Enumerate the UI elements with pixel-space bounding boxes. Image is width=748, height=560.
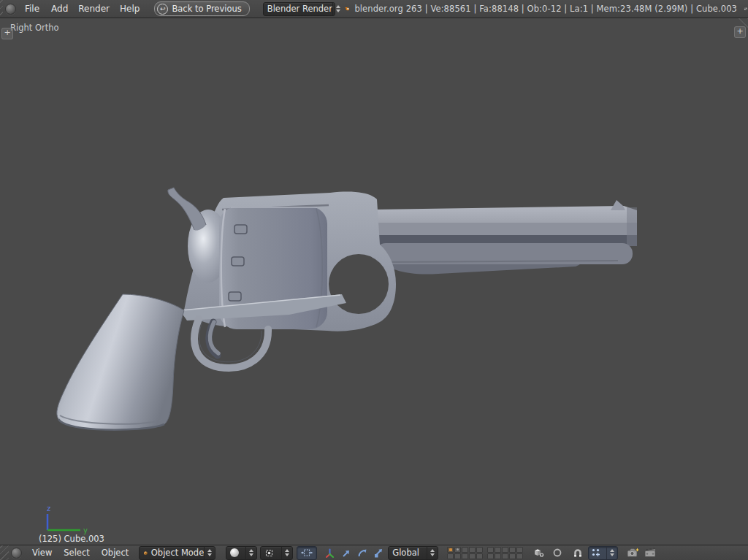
3d-viewport[interactable]: Right Ortho + + — [0, 18, 748, 545]
layer-cell[interactable] — [447, 553, 454, 559]
translate-manipulator-icon — [324, 548, 335, 559]
manipulator-widget-icon — [301, 548, 313, 558]
menu-file[interactable]: File — [22, 2, 42, 15]
back-arrow-icon: ↩ — [157, 4, 168, 15]
axis-gizmo: z y — [47, 505, 88, 534]
chevron-updown-icon — [204, 547, 215, 559]
menu-select[interactable]: Select — [61, 546, 92, 559]
revolver-model[interactable]: z y — [0, 18, 748, 545]
layer-cell[interactable] — [495, 553, 501, 559]
proportional-edit-button[interactable] — [549, 547, 565, 559]
snap-toggle-button[interactable] — [570, 547, 586, 559]
menu-add[interactable]: Add — [48, 2, 71, 15]
menu-view[interactable]: View — [29, 546, 55, 559]
menu-object[interactable]: Object — [99, 546, 131, 559]
back-to-previous-button[interactable]: ↩ Back to Previous — [154, 1, 249, 16]
info-header: File Add Render Help ↩ Back to Previous … — [0, 0, 748, 18]
layer-cell[interactable] — [509, 553, 516, 559]
translate-manipulator-button[interactable] — [321, 547, 337, 559]
layer-cell[interactable] — [462, 547, 468, 553]
scale-manipulator-button[interactable] — [370, 547, 386, 559]
layer-cell[interactable] — [476, 553, 483, 559]
pivot-point-dropdown[interactable] — [260, 546, 293, 560]
rotate-manipulator-button[interactable] — [354, 547, 370, 559]
axis-z-label: z — [47, 505, 50, 513]
layer-cell[interactable] — [487, 553, 494, 559]
editor-type-icon[interactable] — [5, 4, 16, 15]
layer-cell[interactable] — [495, 547, 501, 553]
chevron-updown-icon — [245, 547, 256, 559]
layer-cell[interactable] — [454, 547, 461, 553]
mode-value: Object Mode — [151, 548, 204, 558]
layer-cell[interactable] — [487, 547, 494, 553]
blender-logo — [345, 3, 350, 15]
layer-cell[interactable] — [509, 547, 516, 553]
snap-increment-icon — [591, 548, 601, 558]
layer-cell[interactable] — [516, 547, 523, 553]
viewport-shading-sphere-icon — [230, 548, 239, 557]
layer-grid — [447, 547, 523, 559]
editor-type-icon-bottom[interactable] — [11, 548, 22, 559]
pivot-center-icon — [264, 548, 274, 558]
menu-render[interactable]: Render — [75, 2, 112, 15]
layer-cell[interactable] — [462, 553, 468, 559]
rotate-manipulator-icon — [356, 548, 367, 559]
scale-manipulator-icon — [373, 548, 383, 559]
translate-arrow-button[interactable] — [337, 547, 354, 559]
layer-cell[interactable] — [476, 547, 483, 553]
viewport-shading-dropdown[interactable] — [226, 546, 257, 560]
window-corner-grip[interactable] — [0, 0, 3, 18]
layer-cell-active[interactable] — [447, 547, 454, 553]
layer-cell[interactable] — [502, 553, 508, 559]
opengl-render-animation-icon — [644, 548, 657, 558]
transform-orientation-dropdown[interactable]: Global — [388, 546, 438, 560]
lock-to-scene-button[interactable] — [530, 547, 546, 559]
snap-element-dropdown[interactable] — [588, 546, 618, 560]
manipulator-toggle-button[interactable] — [297, 546, 317, 560]
viewport-header: View Select Object Object Mode — [0, 545, 748, 560]
chevron-updown-icon — [606, 547, 617, 559]
opengl-render-button[interactable] — [625, 547, 641, 559]
layer-cell[interactable] — [502, 547, 508, 553]
object-mode-cube-icon — [143, 548, 148, 558]
layer-cell[interactable] — [469, 547, 476, 553]
back-to-previous-label: Back to Previous — [172, 4, 241, 14]
opengl-render-camera-icon — [627, 548, 639, 558]
proportional-edit-icon — [552, 548, 562, 558]
translate-arrow-icon — [340, 548, 351, 559]
mode-dropdown[interactable]: Object Mode — [139, 546, 215, 560]
scene-stats: blender.org 263 | Ve:88561 | Fa:88148 | … — [354, 4, 737, 14]
menu-help[interactable]: Help — [117, 2, 142, 15]
lock-to-scene-cube-icon — [533, 548, 544, 558]
orientation-value: Global — [392, 548, 419, 558]
layer-cell[interactable] — [454, 553, 461, 559]
chevron-updown-icon — [281, 547, 292, 559]
active-object-label: (125) Cube.003 — [39, 534, 104, 544]
chevron-updown-icon — [332, 3, 343, 15]
render-engine-value: Blender Render — [267, 4, 332, 14]
render-engine-dropdown[interactable]: Blender Render — [263, 2, 335, 16]
layer-cell[interactable] — [469, 553, 476, 559]
opengl-render-animation-button[interactable] — [642, 547, 658, 559]
snap-magnet-icon — [573, 548, 583, 558]
window-duplicate-icon[interactable] — [744, 3, 748, 15]
layer-cell[interactable] — [516, 553, 523, 559]
window-corner-grip-bottom[interactable] — [0, 545, 9, 560]
chevron-updown-icon — [427, 547, 438, 559]
